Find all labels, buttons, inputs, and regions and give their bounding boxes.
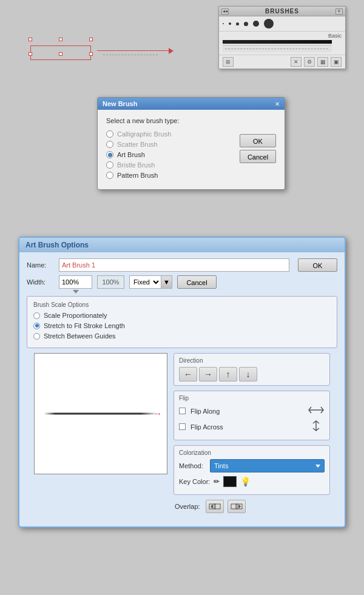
overlap-btn-1[interactable] — [206, 500, 224, 513]
method-value: Tints — [214, 462, 228, 469]
brush-more-btn[interactable]: ▣ — [331, 57, 342, 67]
stretch-stroke-label: Stretch to Fit Stroke Length — [44, 322, 125, 329]
stretch-guides-label: Stretch Between Guides — [44, 332, 116, 340]
scale-title: Brush Scale Options — [33, 301, 331, 308]
width-label: Width: — [27, 278, 54, 286]
delete-brush-btn[interactable]: ✕ — [291, 57, 302, 67]
brushes-dots-row — [219, 16, 345, 32]
flip-across-label: Flip Across — [190, 423, 223, 431]
brush-dot-6[interactable] — [264, 19, 274, 29]
overlap-row: Overlap: — [174, 500, 330, 513]
flip-title: Flip — [179, 395, 325, 402]
brushes-panel: ◂◂ BRUSHES ≡ Basic ⊞ ✕ ⚙ ▦ ▣ — [218, 6, 346, 69]
calligraphic-radio[interactable] — [106, 130, 113, 138]
direction-title: Direction — [179, 357, 325, 364]
flip-across-row: Flip Across — [179, 420, 325, 434]
preview-brush-stroke — [44, 413, 158, 415]
new-brush-btn[interactable]: ⊞ — [223, 57, 234, 67]
stroke-preview-line — [103, 55, 158, 55]
stretch-stroke-radio[interactable] — [33, 323, 40, 329]
dir-left-btn[interactable]: ← — [179, 367, 197, 382]
brush-dot-3[interactable] — [236, 22, 239, 25]
dashed-line — [225, 49, 328, 49]
colorization-group: Colorization Method: Tints Key Color: ✏ … — [174, 445, 330, 495]
brush-dot-2[interactable] — [229, 22, 231, 25]
handle-tl[interactable] — [29, 38, 32, 41]
brush-options-btn[interactable]: ⚙ — [304, 57, 315, 67]
flip-along-label: Flip Along — [190, 408, 220, 415]
new-brush-content: Select a new brush type: Calligraphic Br… — [98, 110, 285, 189]
brush-dot-5[interactable] — [253, 21, 259, 27]
new-brush-titlebar: New Brush ✕ — [98, 98, 285, 110]
handle-tr[interactable] — [89, 38, 93, 41]
pattern-label: Pattern Brush — [117, 172, 158, 179]
right-controls: Direction ← → ↑ ↓ Flip Flip Along — [174, 353, 330, 513]
art-cancel-btn[interactable]: Cancel — [177, 275, 217, 289]
new-brush-cancel[interactable]: Cancel — [240, 150, 276, 163]
dir-down-btn[interactable]: ↓ — [239, 367, 257, 382]
thin-brush-area[interactable] — [223, 45, 332, 52]
flip-along-icon — [308, 405, 325, 417]
width-display: 100% — [97, 275, 124, 289]
scatter-radio[interactable] — [106, 141, 113, 148]
art-ok-btn[interactable]: OK — [298, 258, 337, 272]
method-label: Method: — [179, 462, 206, 469]
key-color-swatch[interactable] — [223, 476, 237, 487]
direction-group: Direction ← → ↑ ↓ — [174, 353, 330, 386]
stretch-guides-row[interactable]: Stretch Between Guides — [33, 332, 331, 340]
new-brush-ok[interactable]: OK — [240, 134, 276, 147]
colorization-title: Colorization — [179, 449, 325, 456]
scatter-label: Scatter Brush — [117, 141, 158, 148]
flip-along-checkbox[interactable] — [179, 408, 186, 414]
key-color-row: Key Color: ✏ 💡 — [179, 476, 325, 487]
brush-type-prompt: Select a new brush type: — [106, 117, 276, 124]
fixed-dropdown[interactable]: Fixed ▼ — [129, 275, 172, 289]
brush-dot-1[interactable] — [223, 23, 224, 24]
panel-collapse-btns[interactable]: ◂◂ — [221, 8, 229, 15]
scale-proportionately-row[interactable]: Scale Proportionately — [33, 312, 331, 319]
fixed-arrow[interactable]: ▼ — [161, 275, 172, 289]
panel-collapse-btn[interactable]: ◂◂ — [221, 8, 229, 15]
brushes-title: BRUSHES — [265, 8, 299, 15]
slider-triangle — [73, 290, 79, 294]
name-label: Name: — [27, 261, 54, 269]
handle-br[interactable] — [89, 52, 93, 56]
name-input[interactable] — [59, 258, 289, 272]
preview-box: → — [34, 353, 167, 474]
scale-proportionately-radio[interactable] — [33, 312, 40, 319]
art-brush-radio[interactable] — [106, 151, 113, 158]
canvas-area — [24, 36, 182, 73]
stretch-stroke-row[interactable]: Stretch to Fit Stroke Length — [33, 322, 331, 329]
panel-menu-btn[interactable]: ≡ — [335, 8, 343, 15]
direction-buttons: ← → ↑ ↓ — [179, 367, 325, 382]
fixed-select[interactable]: Fixed — [129, 275, 161, 289]
basic-label: Basic — [328, 33, 342, 39]
pattern-brush-option[interactable]: Pattern Brush — [106, 172, 276, 179]
pattern-radio[interactable] — [106, 172, 113, 179]
dir-up-btn[interactable]: ↑ — [219, 367, 237, 382]
bulb-icon[interactable]: 💡 — [240, 477, 251, 486]
new-brush-close[interactable]: ✕ — [275, 101, 280, 107]
width-input[interactable] — [59, 275, 92, 289]
stretch-guides-radio[interactable] — [33, 333, 40, 340]
flip-across-checkbox[interactable] — [179, 423, 186, 430]
dir-right-btn[interactable]: → — [199, 367, 217, 382]
thick-brush-stroke[interactable] — [223, 40, 332, 44]
method-row: Method: Tints — [179, 459, 325, 472]
brush-apply-btn[interactable]: ▦ — [317, 57, 328, 67]
handle-tc[interactable] — [59, 38, 62, 41]
canvas-arrow-head — [169, 48, 174, 54]
handle-bc[interactable] — [59, 52, 62, 56]
pencil-icon[interactable]: ✏ — [214, 477, 220, 486]
overlap-btn-2[interactable] — [228, 500, 246, 513]
bristle-radio[interactable] — [106, 161, 113, 169]
width-row: Width: 100% Fixed ▼ Cancel — [27, 275, 337, 289]
preview-direction-arrow: → — [153, 409, 162, 419]
method-dropdown[interactable]: Tints — [210, 459, 325, 472]
flip-group: Flip Flip Along — [174, 391, 330, 440]
panel-menu-area[interactable]: ≡ — [335, 8, 343, 15]
bottom-section: → Direction ← → ↑ ↓ Flip — [27, 353, 337, 513]
handle-bl[interactable] — [29, 52, 32, 56]
brush-dot-4[interactable] — [244, 22, 248, 26]
bristle-label: Bristle Brush — [117, 161, 155, 169]
